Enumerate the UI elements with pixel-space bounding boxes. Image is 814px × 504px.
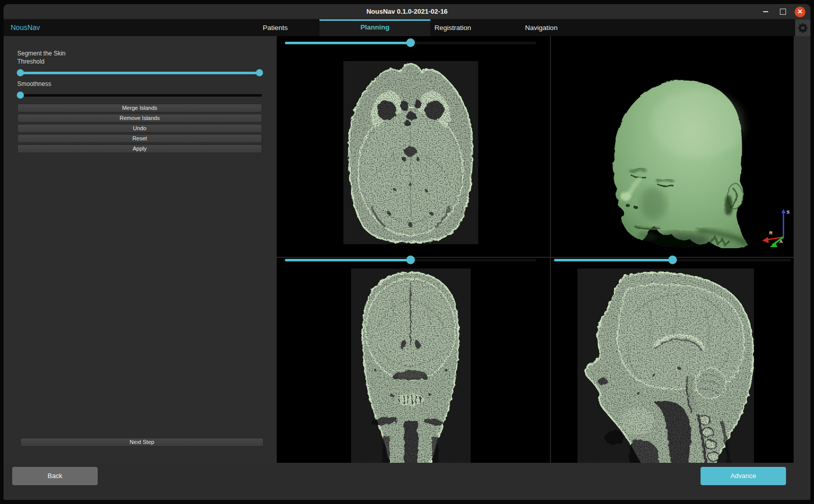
coronal-viewport[interactable] [277, 258, 550, 463]
axial-slice-slider[interactable] [285, 39, 536, 47]
tab-navigation[interactable]: Navigation [512, 19, 571, 36]
apply-button[interactable]: Apply [17, 144, 262, 153]
merge-islands-button[interactable]: Merge Islands [17, 104, 262, 112]
undo-button[interactable]: Undo [17, 124, 262, 133]
next-step-button[interactable]: Next Step [20, 438, 264, 447]
coronal-slider-handle[interactable] [406, 256, 415, 264]
axis-label-a: A [779, 239, 783, 244]
settings-button[interactable] [795, 19, 810, 36]
remove-islands-button[interactable]: Remove Islands [17, 114, 262, 123]
smoothness-handle[interactable] [17, 92, 24, 99]
title-bar: NousNav 0.1.0-2021-02-16 ✕ [4, 4, 810, 19]
app-brand: NousNav [11, 19, 40, 36]
smoothness-slider[interactable] [20, 91, 262, 99]
window-title: NousNav 0.1.0-2021-02-16 [4, 4, 810, 19]
axis-label-s: S [787, 210, 790, 215]
nav-bar: NousNav Patients Planning Registration N… [4, 19, 810, 36]
app-window: NousNav 0.1.0-2021-02-16 ✕ NousNav Patie… [4, 4, 810, 500]
skin-model-3d [581, 65, 784, 248]
smoothness-label: Smoothness [17, 80, 51, 87]
sagittal-slice-image [577, 269, 754, 463]
threshold-range-slider[interactable] [20, 69, 259, 77]
threshold-label: Threshold [17, 58, 44, 65]
threshold-high-handle[interactable] [256, 69, 263, 76]
model-3d-viewport[interactable]: S R A [551, 36, 794, 257]
viewport-grid: S R A [277, 36, 794, 463]
tab-patients[interactable]: Patients [250, 19, 301, 36]
back-button[interactable]: Back [12, 467, 98, 485]
orientation-axes-widget: S R A [760, 206, 793, 249]
axial-viewport[interactable] [277, 36, 550, 257]
axial-slider-handle[interactable] [406, 39, 415, 47]
axis-label-r: R [769, 230, 773, 235]
window-controls: ✕ [760, 4, 805, 19]
coronal-slice-slider[interactable] [285, 256, 536, 264]
maximize-icon[interactable] [777, 6, 789, 17]
gear-icon [797, 22, 808, 34]
sagittal-slider-handle[interactable] [668, 256, 677, 264]
sagittal-slice-slider[interactable] [554, 256, 791, 264]
coronal-slice-image [351, 269, 471, 463]
reset-button[interactable]: Reset [17, 134, 262, 143]
segmentation-panel: Segment the Skin Threshold Smoothness Me… [4, 36, 277, 463]
tab-planning[interactable]: Planning [347, 19, 403, 36]
threshold-low-handle[interactable] [17, 69, 24, 76]
section-title: Segment the Skin [17, 50, 66, 57]
axial-slice-image [343, 61, 478, 244]
close-icon[interactable]: ✕ [795, 7, 805, 17]
minimize-icon[interactable] [760, 6, 771, 17]
tab-registration[interactable]: Registration [421, 19, 484, 36]
sagittal-viewport[interactable] [551, 258, 794, 463]
advance-button[interactable]: Advance [701, 467, 786, 485]
